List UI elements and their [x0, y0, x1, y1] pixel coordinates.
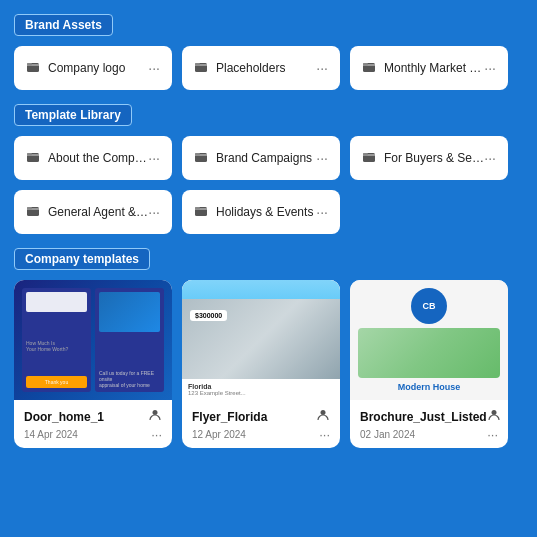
svg-rect-5	[363, 63, 368, 66]
svg-rect-9	[195, 153, 200, 156]
svg-point-17	[321, 410, 326, 415]
brand-assets-grid: Company logo ··· Placeholders ···	[14, 46, 523, 90]
svg-point-18	[491, 410, 496, 415]
folder-item-placeholders[interactable]: Placeholders ···	[182, 46, 340, 90]
folder-item-left: For Buyers & Sellers ...	[362, 150, 484, 167]
folder-item-for-buyers-sellers[interactable]: For Buyers & Sellers ... ···	[350, 136, 508, 180]
folder-item-left: General Agent & T...	[26, 204, 148, 221]
folder-icon	[362, 60, 376, 77]
folder-name-brand-campaigns: Brand Campaigns	[216, 151, 312, 165]
thumb-door-panel-left: How Much IsYour Home Worth? Thank you	[22, 288, 91, 392]
thumb-door-panel-right: Call us today for a FREE onsiteappraisal…	[95, 288, 164, 392]
folder-name-general-agent: General Agent & T...	[48, 205, 148, 219]
folder-dots-company-logo[interactable]: ···	[148, 60, 160, 76]
svg-rect-3	[195, 63, 200, 66]
thumb-flyer-house: $300000	[182, 280, 340, 379]
template-date-row-brochure-just-listed: 02 Jan 2024 ···	[360, 427, 498, 442]
folder-icon	[26, 60, 40, 77]
folder-dots-general-agent[interactable]: ···	[148, 204, 160, 220]
template-info-flyer-florida: Flyer_Florida 12 Apr 2024 ···	[182, 400, 340, 448]
thumb-brochure-house-img	[358, 328, 500, 378]
folder-name-holidays-events: Holidays & Events	[216, 205, 313, 219]
brand-assets-label: Brand Assets	[14, 14, 113, 36]
svg-point-16	[153, 410, 158, 415]
template-date-door-home-1: 14 Apr 2024	[24, 429, 78, 440]
thumb-flyer-bottom: Florida 123 Example Street...	[182, 379, 340, 400]
brand-assets-section: Brand Assets Company logo ··· Place	[14, 14, 523, 90]
template-name-flyer-florida: Flyer_Florida	[192, 410, 267, 424]
folder-item-about-company[interactable]: About the Company ... ···	[14, 136, 172, 180]
thumb-door-text	[26, 292, 87, 312]
folder-item-company-logo[interactable]: Company logo ···	[14, 46, 172, 90]
folder-item-left: Brand Campaigns	[194, 150, 316, 167]
template-name-brochure-just-listed: Brochure_Just_Listed	[360, 410, 487, 424]
folder-item-monthly-market[interactable]: Monthly Market S... ···	[350, 46, 508, 90]
template-thumb-door-home-1: How Much IsYour Home Worth? Thank you Ca…	[14, 280, 172, 400]
template-card-flyer-florida[interactable]: $300000 Florida 123 Example Street... Fl…	[182, 280, 340, 448]
template-info-top: Brochure_Just_Listed	[360, 408, 498, 425]
template-actions-flyer-florida	[316, 408, 330, 425]
template-card-brochure-just-listed[interactable]: CB Modern House Brochure_Just_Listed	[350, 280, 508, 448]
folder-dots-holidays-events[interactable]: ···	[316, 204, 328, 220]
folder-icon	[194, 150, 208, 167]
folder-item-left: About the Company ...	[26, 150, 148, 167]
folder-icon	[194, 204, 208, 221]
folder-dots-about-company[interactable]: ···	[148, 150, 160, 166]
folder-dots-monthly-market[interactable]: ···	[484, 60, 496, 76]
thumb-brochure-visual: CB Modern House	[350, 280, 508, 400]
thumb-flyer-price: $300000	[190, 310, 227, 321]
person-icon-flyer-florida[interactable]	[316, 408, 330, 425]
folder-item-general-agent[interactable]: General Agent & T... ···	[14, 190, 172, 234]
folder-name-about-company: About the Company ...	[48, 151, 148, 165]
main-container: Brand Assets Company logo ··· Place	[0, 0, 537, 537]
template-date-flyer-florida: 12 Apr 2024	[192, 429, 246, 440]
folder-dots-brand-campaigns[interactable]: ···	[316, 150, 328, 166]
folder-item-left: Holidays & Events	[194, 204, 316, 221]
template-info-brochure-just-listed: Brochure_Just_Listed 02 Jan 2024 ···	[350, 400, 508, 448]
template-library-label: Template Library	[14, 104, 132, 126]
thumb-brochure-logo: CB	[411, 288, 447, 324]
template-date-brochure-just-listed: 02 Jan 2024	[360, 429, 415, 440]
folder-dots-placeholders[interactable]: ···	[316, 60, 328, 76]
svg-rect-7	[27, 153, 32, 156]
folder-item-left: Company logo	[26, 60, 148, 77]
thumb-door-visual: How Much IsYour Home Worth? Thank you Ca…	[14, 280, 172, 400]
template-actions-door-home-1	[148, 408, 162, 425]
folder-name-for-buyers-sellers: For Buyers & Sellers ...	[384, 151, 484, 165]
template-library-section: Template Library About the Company ... ·…	[14, 104, 523, 234]
template-library-grid: About the Company ... ··· Brand Campaign…	[14, 136, 523, 234]
template-dots-flyer-florida[interactable]: ···	[319, 427, 330, 442]
folder-dots-for-buyers-sellers[interactable]: ···	[484, 150, 496, 166]
svg-rect-1	[27, 63, 32, 66]
person-icon-brochure-just-listed[interactable]	[487, 408, 501, 425]
thumb-brochure-title: Modern House	[398, 382, 461, 392]
company-templates-label: Company templates	[14, 248, 150, 270]
template-info-top: Door_home_1	[24, 408, 162, 425]
template-info-door-home-1: Door_home_1 14 Apr 2024 ···	[14, 400, 172, 448]
folder-name-placeholders: Placeholders	[216, 61, 285, 75]
folder-item-holidays-events[interactable]: Holidays & Events ···	[182, 190, 340, 234]
folder-item-left: Monthly Market S...	[362, 60, 484, 77]
svg-rect-15	[195, 207, 200, 210]
template-name-door-home-1: Door_home_1	[24, 410, 104, 424]
company-templates-section: Company templates How Much IsYour Home W…	[14, 248, 523, 448]
svg-rect-13	[27, 207, 32, 210]
template-date-row-flyer-florida: 12 Apr 2024 ···	[192, 427, 330, 442]
folder-icon	[26, 204, 40, 221]
template-date-row-door-home-1: 14 Apr 2024 ···	[24, 427, 162, 442]
folder-icon	[194, 60, 208, 77]
folder-icon	[362, 150, 376, 167]
template-card-door-home-1[interactable]: How Much IsYour Home Worth? Thank you Ca…	[14, 280, 172, 448]
folder-name-company-logo: Company logo	[48, 61, 125, 75]
person-icon-door-home-1[interactable]	[148, 408, 162, 425]
template-info-top: Flyer_Florida	[192, 408, 330, 425]
folder-item-brand-campaigns[interactable]: Brand Campaigns ···	[182, 136, 340, 180]
template-actions-brochure-just-listed	[487, 408, 501, 425]
folder-name-monthly-market: Monthly Market S...	[384, 61, 484, 75]
template-dots-brochure-just-listed[interactable]: ···	[487, 427, 498, 442]
template-dots-door-home-1[interactable]: ···	[151, 427, 162, 442]
template-grid: How Much IsYour Home Worth? Thank you Ca…	[14, 280, 523, 448]
template-thumb-flyer-florida: $300000 Florida 123 Example Street...	[182, 280, 340, 400]
template-thumb-brochure-just-listed: CB Modern House	[350, 280, 508, 400]
svg-rect-11	[363, 153, 368, 156]
